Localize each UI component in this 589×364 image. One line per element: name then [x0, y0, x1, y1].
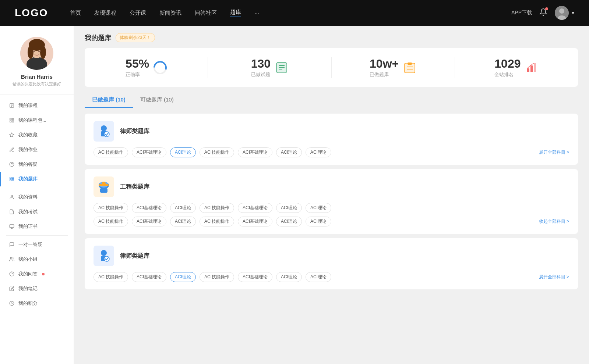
- tag-item[interactable]: ACI理论: [276, 217, 302, 226]
- page-title: 我的题库: [85, 33, 111, 42]
- sidebar-item-my-profile[interactable]: 我的资料: [0, 190, 74, 204]
- stat-rank-label: 全站排名: [494, 71, 521, 78]
- sidebar-item-my-questions[interactable]: 我的答疑: [0, 157, 74, 172]
- tag-item[interactable]: ACI基础理论: [238, 147, 272, 157]
- qbank-card-lawyer-1: 律师类题库 ACI技能操作 ACI基础理论 ACI理论 ACI技能操作 ACI基…: [85, 114, 578, 165]
- group-icon: [9, 256, 15, 262]
- qbank-card-lawyer-2: 律师类题库 ACI技能操作 ACI基础理论 ACI理论 ACI技能操作 ACI基…: [85, 238, 578, 289]
- tab-done-banks[interactable]: 已做题库 (10): [85, 93, 133, 108]
- tag-item-active[interactable]: ACI理论: [170, 147, 196, 157]
- qbank-title-2: 工程类题库: [120, 183, 149, 191]
- cert-icon: [9, 224, 15, 229]
- stat-banks-label: 已做题库: [370, 71, 399, 78]
- svg-point-58: [101, 250, 107, 256]
- tag-item[interactable]: ACI理论: [276, 147, 302, 157]
- tag-item[interactable]: ACI理论: [306, 272, 331, 282]
- tag-item[interactable]: ACI理论: [306, 147, 331, 157]
- nav-quiz[interactable]: 题库: [230, 9, 241, 17]
- list-icon: [275, 61, 288, 74]
- nav-open-course[interactable]: 公开课: [130, 10, 146, 17]
- tag-item[interactable]: ACI技能操作: [94, 203, 128, 213]
- sidebar-item-my-qbank[interactable]: 我的题库: [0, 172, 74, 186]
- nav-more[interactable]: ···: [254, 10, 259, 16]
- tag-item[interactable]: ACI技能操作: [94, 147, 128, 157]
- sidebar-item-my-exam[interactable]: 我的考试: [0, 204, 74, 219]
- tag-item[interactable]: ACI基础理论: [238, 272, 272, 282]
- nav-home[interactable]: 首页: [70, 10, 81, 17]
- tag-item[interactable]: ACI理论: [306, 217, 331, 226]
- navbar: LOGO 首页 发现课程 公开课 新闻资讯 问答社区 题库 ··· APP下载: [0, 0, 589, 26]
- tag-item[interactable]: ACI理论: [170, 217, 196, 226]
- navbar-right: APP下载 ▾: [511, 6, 574, 20]
- chart-icon: [9, 117, 15, 123]
- tag-item[interactable]: ACI技能操作: [200, 217, 234, 226]
- tag-item[interactable]: ACI技能操作: [200, 272, 234, 282]
- sidebar-label: 我的小组: [18, 256, 38, 263]
- tag-item[interactable]: ACI理论: [276, 203, 302, 213]
- collapse-link-2[interactable]: 收起全部科目 >: [539, 218, 569, 225]
- stat-done-value: 130: [251, 57, 271, 71]
- logo[interactable]: LOGO: [15, 7, 48, 19]
- tag-item[interactable]: ACI技能操作: [94, 272, 128, 282]
- nav-qa[interactable]: 问答社区: [195, 10, 217, 17]
- tag-item-active[interactable]: ACI理论: [170, 272, 196, 282]
- notification-bell[interactable]: [539, 8, 547, 18]
- tag-item[interactable]: ACI技能操作: [200, 203, 234, 213]
- user-avatar-wrapper[interactable]: ▾: [555, 6, 574, 20]
- svg-point-10: [33, 51, 35, 52]
- expand-link-3[interactable]: 展开全部科目 >: [539, 274, 569, 280]
- stat-accuracy-label: 正确率: [126, 71, 149, 78]
- tag-item[interactable]: ACI基础理论: [238, 217, 272, 226]
- sidebar-item-my-cert[interactable]: 我的证书: [0, 219, 74, 234]
- tag-item[interactable]: ACI技能操作: [94, 217, 128, 226]
- file-icon: [9, 103, 15, 108]
- qbank-card-engineer: 工程类题库 ACI技能操作 ACI基础理论 ACI理论 ACI技能操作 ACI基…: [85, 169, 578, 234]
- sidebar-item-my-notes[interactable]: 我的笔记: [0, 281, 74, 296]
- svg-rect-16: [10, 118, 11, 120]
- tag-item[interactable]: ACI技能操作: [200, 147, 234, 157]
- sidebar-item-my-group[interactable]: 我的小组: [0, 252, 74, 267]
- tab-available-banks[interactable]: 可做题库 (10): [133, 93, 181, 108]
- stat-done-text: 130 已做试题: [251, 57, 271, 78]
- sidebar-item-my-favorites[interactable]: 我的收藏: [0, 128, 74, 142]
- sidebar-item-my-points[interactable]: 我的积分: [0, 296, 74, 311]
- app-download-link[interactable]: APP下载: [511, 10, 532, 16]
- tag-item[interactable]: ACI理论: [306, 203, 331, 213]
- page-wrapper: Brian Harris 错误的决定比没有决定要好 我的课程 我的课程包...: [0, 26, 589, 364]
- menu-divider-2: [6, 235, 68, 236]
- sidebar-item-my-qa[interactable]: 我的问答: [0, 267, 74, 281]
- tag-item[interactable]: ACI理论: [276, 272, 302, 282]
- sidebar-item-my-homework[interactable]: 我的作业: [0, 142, 74, 157]
- stat-done-label: 已做试题: [251, 71, 271, 78]
- tag-item[interactable]: ACI基础理论: [238, 203, 272, 213]
- svg-rect-48: [530, 65, 533, 72]
- note-icon: [9, 286, 15, 292]
- sidebar-label: 我的课程包...: [18, 117, 46, 124]
- sidebar-item-one-on-one[interactable]: 一对一答疑: [0, 237, 74, 252]
- svg-point-11: [38, 51, 40, 52]
- tag-item[interactable]: ACI基础理论: [132, 203, 166, 213]
- nav-news[interactable]: 新闻资讯: [159, 10, 181, 17]
- qbank-tags-row-2a: ACI技能操作 ACI基础理论 ACI理论 ACI技能操作 ACI基础理论 AC…: [94, 203, 569, 213]
- nav-discover[interactable]: 发现课程: [94, 10, 116, 17]
- expand-link-1[interactable]: 展开全部科目 >: [539, 149, 569, 156]
- sidebar-label: 我的题库: [18, 176, 38, 182]
- stat-rank-text: 1029 全站排名: [494, 57, 521, 78]
- tag-item[interactable]: ACI理论: [170, 203, 196, 213]
- sidebar-item-course-package[interactable]: 我的课程包...: [0, 113, 74, 128]
- sidebar-label: 我的笔记: [18, 285, 38, 292]
- edit-icon: [9, 147, 15, 153]
- tag-item[interactable]: ACI基础理论: [132, 147, 166, 157]
- chevron-down-icon: ▾: [572, 10, 574, 16]
- qbank-header-1: 律师类题库: [94, 121, 569, 142]
- stat-rank-value: 1029: [494, 57, 521, 71]
- stat-banks-text: 10w+ 已做题库: [370, 57, 399, 78]
- tag-item[interactable]: ACI基础理论: [132, 217, 166, 226]
- stat-accuracy: 55% 正确率: [85, 57, 208, 78]
- svg-point-31: [10, 257, 12, 259]
- tag-item[interactable]: ACI基础理论: [132, 272, 166, 282]
- sidebar-item-my-course[interactable]: 我的课程: [0, 98, 74, 113]
- sidebar-label: 我的答疑: [18, 161, 38, 168]
- stats-card: 55% 正确率 130 已做试题: [85, 48, 578, 87]
- qa-notification-dot: [42, 273, 45, 275]
